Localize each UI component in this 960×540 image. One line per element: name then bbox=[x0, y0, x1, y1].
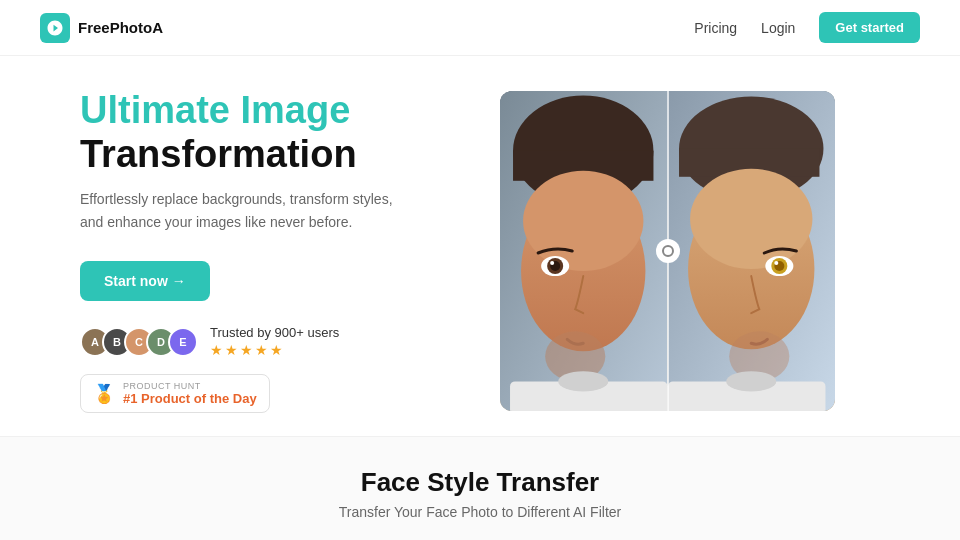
hero-subtitle: Effortlessly replace backgrounds, transf… bbox=[80, 188, 400, 233]
hero-title-normal: Transformation bbox=[80, 133, 357, 175]
svg-point-20 bbox=[774, 261, 778, 265]
svg-point-8 bbox=[550, 261, 554, 265]
face-right bbox=[668, 91, 836, 411]
svg-point-11 bbox=[558, 371, 608, 391]
star-1: ★ bbox=[210, 342, 223, 358]
ph-label: PRODUCT HUNT bbox=[123, 381, 257, 391]
bottom-section: Face Style Transfer Transfer Your Face P… bbox=[0, 436, 960, 540]
logo-svg bbox=[46, 19, 64, 37]
hero-section: Ultimate Image Transformation Effortless… bbox=[0, 56, 960, 436]
nav-links: Pricing Login Get started bbox=[694, 12, 920, 43]
bottom-subtitle: Transfer Your Face Photo to Different AI… bbox=[40, 504, 920, 520]
avatar-group: A B C D E bbox=[80, 327, 198, 357]
svg-point-16 bbox=[690, 169, 812, 269]
star-3: ★ bbox=[240, 342, 253, 358]
nav-link-pricing[interactable]: Pricing bbox=[694, 20, 737, 36]
get-started-button[interactable]: Get started bbox=[819, 12, 920, 43]
hero-title: Ultimate Image Transformation bbox=[80, 89, 460, 176]
divider-handle[interactable] bbox=[656, 239, 680, 263]
star-5: ★ bbox=[270, 342, 283, 358]
product-hunt-badge[interactable]: 🏅 PRODUCT HUNT #1 Product of the Day bbox=[80, 374, 270, 413]
logo-icon bbox=[40, 13, 70, 43]
trust-row: A B C D E Trusted by 900+ users ★ ★ ★ ★ … bbox=[80, 325, 460, 358]
face-left bbox=[500, 91, 668, 411]
logo[interactable]: FreePhotoA bbox=[40, 13, 163, 43]
ph-text: PRODUCT HUNT #1 Product of the Day bbox=[123, 381, 257, 406]
logo-text: FreePhotoA bbox=[78, 19, 163, 36]
trust-text: Trusted by 900+ users ★ ★ ★ ★ ★ bbox=[210, 325, 339, 358]
avatar: E bbox=[168, 327, 198, 357]
star-4: ★ bbox=[255, 342, 268, 358]
bottom-title: Face Style Transfer bbox=[40, 467, 920, 498]
divider-circle-inner bbox=[662, 245, 674, 257]
trust-label: Trusted by 900+ users bbox=[210, 325, 339, 340]
hero-title-accent: Ultimate Image bbox=[80, 89, 350, 131]
star-rating: ★ ★ ★ ★ ★ bbox=[210, 342, 339, 358]
face-container bbox=[500, 91, 835, 411]
navbar: FreePhotoA Pricing Login Get started bbox=[0, 0, 960, 56]
svg-point-4 bbox=[523, 171, 643, 271]
svg-point-23 bbox=[726, 371, 776, 391]
start-now-button[interactable]: Start now → bbox=[80, 261, 210, 301]
nav-link-login[interactable]: Login bbox=[761, 20, 795, 36]
face-right-svg bbox=[668, 91, 836, 411]
ph-rank: #1 Product of the Day bbox=[123, 391, 257, 406]
medal-icon: 🏅 bbox=[93, 383, 115, 405]
hero-content: Ultimate Image Transformation Effortless… bbox=[80, 89, 460, 413]
hero-image bbox=[500, 91, 835, 411]
face-left-svg bbox=[500, 91, 668, 411]
star-2: ★ bbox=[225, 342, 238, 358]
